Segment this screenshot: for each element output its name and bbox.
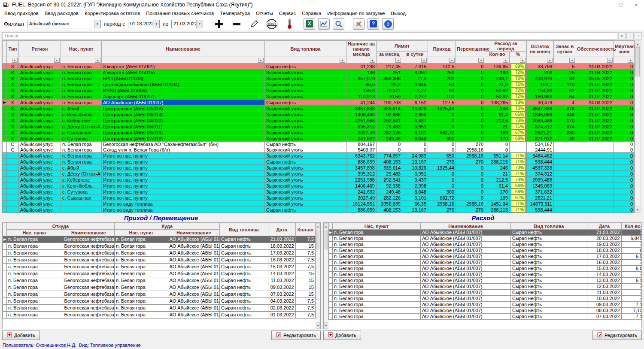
cell[interactable]: 15 xyxy=(295,243,315,250)
cell[interactable]: Белогоская нефтебаза АО "Саханефтегазсбы… xyxy=(63,257,114,264)
cell[interactable]: БРП (АБЫ 01/003) xyxy=(102,76,265,82)
cell[interactable] xyxy=(576,147,614,153)
cell[interactable]: 270 xyxy=(428,207,456,213)
cell[interactable]: Сырая нефть xyxy=(511,314,587,320)
cell[interactable]: п. Белая гора xyxy=(61,153,102,159)
cell[interactable]: 24.03.2022 xyxy=(576,100,614,106)
prihod-edit-button[interactable]: Редактировать xyxy=(271,331,321,340)
table-row[interactable]: КАбыйский улусп. Белая горацеха водоснаб… xyxy=(3,82,635,88)
cell[interactable]: 33,798 xyxy=(527,64,554,70)
column-filter[interactable]: ▼ xyxy=(102,57,265,64)
cell[interactable]: 0 xyxy=(428,171,456,177)
cell[interactable]: Белогоская нефтебаза АО "Саханефтегазсбы… xyxy=(63,305,114,312)
cell[interactable]: АО Абыйское (АБЫ 01/007) xyxy=(421,278,511,284)
table-row[interactable]: п. Белая гораБелогоская нефтебаза АО "Са… xyxy=(3,243,316,250)
dropdown-arrow-icon[interactable]: ▼ xyxy=(478,58,484,63)
cell[interactable]: АО Абыйское (АБЫ 01/007) xyxy=(421,290,511,296)
dropdown-arrow-icon[interactable]: ▼ xyxy=(628,58,633,63)
dropdown-arrow-icon[interactable]: ▼ xyxy=(547,58,553,63)
table-row[interactable]: КАбыйский улусс. Кенг-КюёльЦентральная (… xyxy=(3,112,635,118)
column-filter[interactable]: ▼ xyxy=(346,57,377,64)
cell[interactable]: Сырая нефть xyxy=(511,248,587,254)
cell[interactable]: АО Абыйское (АБЫ 01/007) xyxy=(421,260,511,266)
cell[interactable]: 190,703 xyxy=(377,100,402,106)
cell[interactable]: 7,5 xyxy=(295,298,315,305)
cell[interactable]: п. Белая гора xyxy=(333,236,421,242)
cell[interactable]: 374,312 xyxy=(527,124,554,130)
cell[interactable]: Зырянский уголь xyxy=(265,130,346,136)
cell[interactable]: Сырая нефть xyxy=(511,302,587,308)
cell[interactable]: 73% xyxy=(510,100,527,106)
cell[interactable]: 9,101 xyxy=(402,195,428,201)
cell[interactable]: АО Абыйское (АБЫ 01/007) xyxy=(168,270,220,277)
cell[interactable]: К xyxy=(7,88,19,94)
cell[interactable] xyxy=(576,165,614,171)
table-row[interactable]: п. Белая гораАО Абыйское (АБЫ 01/007)Сыр… xyxy=(329,290,642,296)
cell[interactable]: 16.03.2022 xyxy=(587,260,622,266)
cell[interactable]: п. Белая гора xyxy=(115,264,168,270)
cell[interactable]: 15 xyxy=(295,270,315,277)
table-row[interactable]: п. Белая гораАО Абыйское (АБЫ 01/007)Сыр… xyxy=(329,296,642,302)
cell[interactable]: 71% xyxy=(510,159,527,165)
cell[interactable]: 2039,488 xyxy=(527,118,554,124)
gas-meter-icon[interactable]: 00000 xyxy=(266,18,277,30)
cell[interactable]: 0 xyxy=(614,106,635,112)
cell[interactable]: 71% xyxy=(510,124,527,130)
cell[interactable]: 16124,551 xyxy=(346,201,377,207)
chevron-down-icon[interactable]: ▼ xyxy=(153,20,159,28)
column-header-fuel[interactable]: Вид топлива xyxy=(265,41,346,57)
cell[interactable]: п. Белая гора xyxy=(61,100,102,106)
cell[interactable] xyxy=(554,159,576,165)
cell[interactable]: 08.03.2022 xyxy=(587,308,622,314)
cell[interactable]: 7,1 xyxy=(622,302,642,308)
cell[interactable]: п. Белая гора xyxy=(61,94,102,100)
cell[interactable]: 24.03.2022 xyxy=(576,64,614,70)
cell[interactable]: п. Белая гора xyxy=(61,159,102,165)
cell[interactable]: Абыйский улус xyxy=(19,106,61,112)
cell[interactable]: 0 xyxy=(428,118,456,124)
cell[interactable]: Итого по нас. пункту xyxy=(102,189,265,195)
cell[interactable]: 8,048 xyxy=(402,189,428,195)
cell[interactable]: Сырая нефть xyxy=(220,236,268,243)
cell[interactable]: ИРВП (АБЫ 01/005) xyxy=(102,88,265,94)
cell[interactable]: Зырянский уголь xyxy=(265,153,346,159)
cell[interactable]: Белогоская нефтебаза АО "Саханефтегазсбы… xyxy=(63,298,114,305)
cell[interactable]: 20.03.2022 xyxy=(587,236,622,242)
cell[interactable]: 0 xyxy=(456,195,485,201)
cell[interactable]: 7,1 xyxy=(622,314,642,320)
column-header-qty[interactable]: Кол-во xyxy=(622,223,642,230)
cell[interactable]: 64 xyxy=(554,94,576,100)
cell[interactable]: 2521,21 xyxy=(527,195,554,201)
cell[interactable]: 11.03.2022 xyxy=(587,290,622,296)
cell[interactable]: п. Белая гора xyxy=(61,82,102,88)
cell[interactable]: 9,437 xyxy=(402,118,428,124)
cell[interactable] xyxy=(7,153,19,159)
column-filter[interactable]: ▼ xyxy=(377,57,402,64)
cell[interactable]: 07.03.2022 xyxy=(587,314,622,320)
scroll-thumb[interactable] xyxy=(325,230,328,249)
cell[interactable]: 241,632 xyxy=(346,189,377,195)
cell[interactable] xyxy=(554,195,576,201)
cell[interactable]: 19.03.2022 xyxy=(587,242,622,248)
cell[interactable]: 138,265 xyxy=(485,100,510,106)
scroll-thumb[interactable] xyxy=(316,230,319,249)
cell[interactable]: с. Дёску (Оттох-Атах) xyxy=(61,171,102,177)
cell[interactable]: 353,396 xyxy=(377,76,402,82)
cell[interactable]: 01.07.2022 xyxy=(576,82,614,88)
table-row[interactable]: п. Белая гораАО Абыйское (АБЫ 01/007)Сыр… xyxy=(329,272,642,278)
cell[interactable]: 50 xyxy=(428,82,456,88)
cell[interactable]: п. Белая гора xyxy=(115,298,168,305)
cell[interactable]: Сырая нефть xyxy=(265,100,346,106)
column-filter[interactable]: ▼ xyxy=(614,57,635,64)
cell[interactable]: 09.03.2022 xyxy=(268,284,295,291)
cell[interactable]: 0 xyxy=(614,136,635,142)
cell[interactable]: 0 xyxy=(614,64,635,70)
cell[interactable]: 29,483 xyxy=(377,124,402,130)
table-row[interactable]: Абыйский улусс. СутурохаИтого по нас. пу… xyxy=(3,189,635,195)
cell[interactable]: 7,12 xyxy=(622,308,642,314)
cell[interactable]: Сырая нефть xyxy=(511,278,587,284)
cell[interactable]: Абыйский улус xyxy=(19,136,61,142)
cell[interactable] xyxy=(510,142,527,147)
dropdown-arrow-icon[interactable]: ▼ xyxy=(258,58,264,63)
cell[interactable]: 2027,49 xyxy=(346,195,377,201)
